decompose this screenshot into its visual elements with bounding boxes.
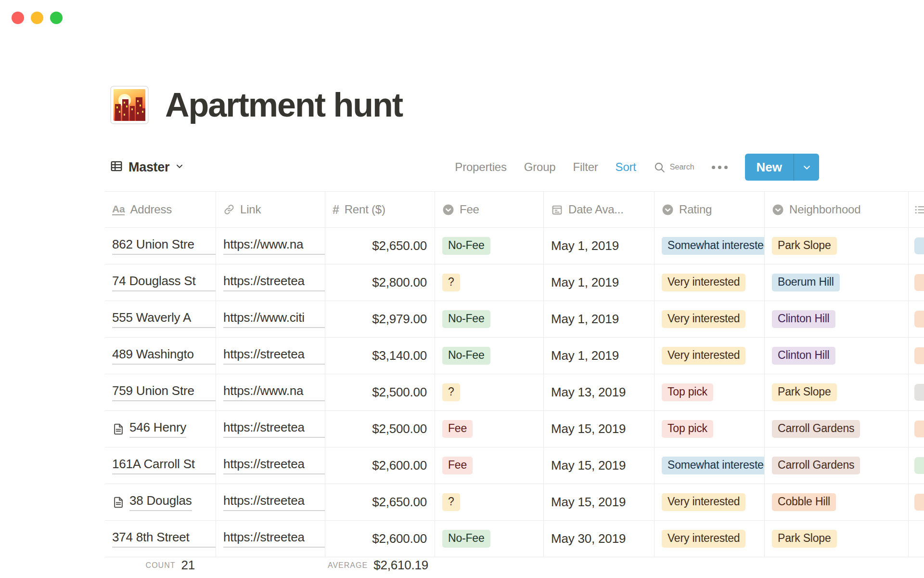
table-row[interactable]: 374 8th Streethttps://streetea$2,600.00N… <box>105 521 924 557</box>
rent-cell[interactable]: $2,500.00 <box>325 374 435 410</box>
rent-cell[interactable]: $2,979.00 <box>325 301 435 337</box>
hidden-column-cell[interactable] <box>909 228 924 264</box>
hidden-column-cell[interactable] <box>909 447 924 484</box>
date-available-cell[interactable]: May 1, 2019 <box>544 301 654 337</box>
hidden-column-cell[interactable] <box>909 338 924 374</box>
rating-cell[interactable]: Very interested <box>654 521 765 557</box>
neighborhood-cell[interactable]: Park Slope <box>765 374 909 410</box>
date-available-cell[interactable]: May 15, 2019 <box>544 447 654 484</box>
rent-cell[interactable]: $2,650.00 <box>325 484 435 520</box>
link-cell[interactable]: https://www.na <box>216 228 325 264</box>
rating-cell[interactable]: Very interested <box>654 264 765 301</box>
rent-cell[interactable]: $2,600.00 <box>325 521 435 557</box>
column-header-date-ava[interactable]: Date Ava... <box>544 192 654 227</box>
hidden-column-cell[interactable] <box>909 301 924 337</box>
view-switcher[interactable]: Master <box>110 159 184 175</box>
rent-cell[interactable]: $2,800.00 <box>325 264 435 301</box>
fee-cell[interactable]: ? <box>435 264 544 301</box>
rent-cell[interactable]: $2,600.00 <box>325 447 435 484</box>
hidden-column-cell[interactable] <box>909 374 924 410</box>
link-cell[interactable]: https://streetea <box>216 521 325 557</box>
table-row[interactable]: 74 Douglass Sthttps://streetea$2,800.00?… <box>105 264 924 301</box>
date-available-cell[interactable]: May 1, 2019 <box>544 338 654 374</box>
more-options-icon[interactable] <box>712 166 728 169</box>
address-cell[interactable]: 161A Carroll St <box>105 447 216 484</box>
rating-cell[interactable]: Very interested <box>654 484 765 520</box>
table-row[interactable]: 862 Union Strehttps://www.na$2,650.00No-… <box>105 228 924 264</box>
column-header-fee[interactable]: Fee <box>435 192 544 227</box>
address-cell[interactable]: 555 Waverly A <box>105 301 216 337</box>
table-row[interactable]: 38 Douglashttps://streetea$2,650.00?May … <box>105 484 924 521</box>
link-cell[interactable]: https://streetea <box>216 338 325 374</box>
column-header-rent[interactable]: #Rent ($) <box>325 192 435 227</box>
toolbar-item-filter[interactable]: Filter <box>573 160 598 174</box>
toolbar-item-properties[interactable]: Properties <box>455 160 506 174</box>
rating-cell[interactable]: Somewhat interested <box>654 228 765 264</box>
column-header-link[interactable]: Link <box>216 192 325 227</box>
fee-cell[interactable]: No-Fee <box>435 338 544 374</box>
date-available-cell[interactable]: May 15, 2019 <box>544 484 654 520</box>
address-cell[interactable]: 546 Henry <box>105 411 216 447</box>
neighborhood-cell[interactable]: Boerum Hill <box>765 264 909 301</box>
rent-cell[interactable]: $2,500.00 <box>325 411 435 447</box>
column-header-address[interactable]: AaAddress <box>105 192 216 227</box>
neighborhood-cell[interactable]: Clinton Hill <box>765 338 909 374</box>
neighborhood-cell[interactable]: Park Slope <box>765 228 909 264</box>
neighborhood-cell[interactable]: Clinton Hill <box>765 301 909 337</box>
link-cell[interactable]: https://www.citi <box>216 301 325 337</box>
rating-cell[interactable]: Very interested <box>654 338 765 374</box>
table-row[interactable]: 161A Carroll Sthttps://streetea$2,600.00… <box>105 447 924 484</box>
rating-cell[interactable]: Very interested <box>654 301 765 337</box>
average-calculation[interactable]: AVERAGE $2,610.19 <box>325 552 435 578</box>
search-button[interactable]: Search <box>654 161 694 173</box>
date-available-cell[interactable]: May 1, 2019 <box>544 228 654 264</box>
new-button[interactable]: New <box>745 154 819 181</box>
address-cell[interactable]: 74 Douglass St <box>105 264 216 301</box>
link-cell[interactable]: https://www.na <box>216 374 325 410</box>
table-row[interactable]: 546 Henryhttps://streetea$2,500.00FeeMay… <box>105 411 924 447</box>
fee-cell[interactable]: Fee <box>435 411 544 447</box>
address-cell[interactable]: 374 8th Street <box>105 521 216 557</box>
address-cell[interactable]: 489 Washingto <box>105 338 216 374</box>
neighborhood-cell[interactable]: Cobble Hill <box>765 484 909 520</box>
toolbar-item-group[interactable]: Group <box>524 160 556 174</box>
address-cell[interactable]: 38 Douglas <box>105 484 216 520</box>
new-button-dropdown[interactable] <box>794 154 819 181</box>
minimize-button[interactable] <box>31 12 43 24</box>
hidden-column-cell[interactable] <box>909 484 924 520</box>
close-button[interactable] <box>12 12 24 24</box>
fee-cell[interactable]: No-Fee <box>435 521 544 557</box>
new-button-label[interactable]: New <box>745 154 794 181</box>
hidden-column-cell[interactable] <box>909 264 924 301</box>
neighborhood-cell[interactable]: Carroll Gardens <box>765 447 909 484</box>
link-cell[interactable]: https://streetea <box>216 411 325 447</box>
link-cell[interactable]: https://streetea <box>216 264 325 301</box>
count-calculation[interactable]: COUNT 21 <box>105 552 216 578</box>
table-row[interactable]: 759 Union Strehttps://www.na$2,500.00?Ma… <box>105 374 924 411</box>
fee-cell[interactable]: No-Fee <box>435 228 544 264</box>
neighborhood-cell[interactable]: Carroll Gardens <box>765 411 909 447</box>
rent-cell[interactable]: $2,650.00 <box>325 228 435 264</box>
zoom-button[interactable] <box>50 12 63 24</box>
link-cell[interactable]: https://streetea <box>216 484 325 520</box>
fee-cell[interactable]: Fee <box>435 447 544 484</box>
hidden-column-cell[interactable] <box>909 411 924 447</box>
fee-cell[interactable]: ? <box>435 374 544 410</box>
column-header-hidden[interactable] <box>909 192 924 227</box>
table-row[interactable]: 489 Washingtohttps://streetea$3,140.00No… <box>105 338 924 374</box>
toolbar-item-sort[interactable]: Sort <box>616 160 636 174</box>
column-header-rating[interactable]: Rating <box>654 192 765 227</box>
fee-cell[interactable]: ? <box>435 484 544 520</box>
date-available-cell[interactable]: May 1, 2019 <box>544 264 654 301</box>
rating-cell[interactable]: Somewhat interested <box>654 447 765 484</box>
address-cell[interactable]: 862 Union Stre <box>105 228 216 264</box>
column-header-neighborhood[interactable]: Neighborhood <box>765 192 909 227</box>
hidden-column-cell[interactable] <box>909 521 924 557</box>
fee-cell[interactable]: No-Fee <box>435 301 544 337</box>
date-available-cell[interactable]: May 15, 2019 <box>544 411 654 447</box>
date-available-cell[interactable]: May 30, 2019 <box>544 521 654 557</box>
rating-cell[interactable]: Top pick <box>654 411 765 447</box>
rent-cell[interactable]: $3,140.00 <box>325 338 435 374</box>
date-available-cell[interactable]: May 13, 2019 <box>544 374 654 410</box>
neighborhood-cell[interactable]: Park Slope <box>765 521 909 557</box>
